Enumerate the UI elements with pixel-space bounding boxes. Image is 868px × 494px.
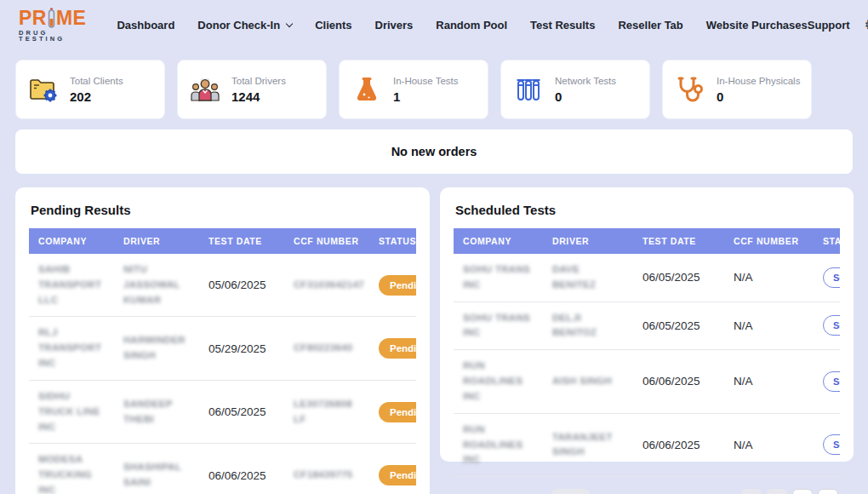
logo-wordmark: PR ME	[19, 8, 86, 28]
nav-item-donor-check-in[interactable]: Donor Check-In	[197, 19, 292, 32]
column-header-ccf-number: CCF NUMBER	[284, 228, 369, 254]
test-date-cell: 06/05/2025	[199, 380, 284, 443]
table-row: SIDHU TRUCK LINE INCSANDEEP THEBI06/05/2…	[29, 380, 416, 443]
redacted-text: SHASHIPAL SAINI	[123, 462, 181, 487]
nav-item-random-pool[interactable]: Random Pool	[436, 19, 507, 32]
driver-cell: DELJI BENITOZ	[543, 302, 633, 350]
column-header-company: COMPANY	[29, 228, 114, 254]
ccf-cell: CF3103642147	[284, 254, 369, 317]
status-badge: Pending	[379, 338, 416, 359]
company-cell: SOHU TRANS INC	[454, 302, 543, 350]
ccf-cell: N/A	[724, 302, 814, 350]
pagination-buttons: «‹›»	[741, 489, 838, 494]
redacted-text: SANDEEP THEBI	[123, 399, 173, 424]
status-cell: Scheduled	[814, 350, 840, 413]
company-cell: RUN ROADLINES INC	[454, 350, 543, 413]
prime-logo[interactable]: PR ME DRUG TESTING	[19, 8, 86, 43]
nav-menu: DashboardDonor Check-InClientsDriversRan…	[117, 19, 807, 32]
next-page-button[interactable]: ›	[792, 489, 813, 494]
status-cell: Pending	[369, 380, 416, 443]
test-date-cell: 06/06/2025	[633, 350, 724, 413]
stat-label: Total Drivers	[231, 76, 286, 86]
rows-per-page-select[interactable]: 5	[551, 489, 590, 494]
column-header-company: COMPANY	[454, 228, 543, 254]
company-cell: MODESA TRUCKING INC	[29, 444, 114, 494]
redacted-text: CF18439775	[294, 469, 353, 480]
status-badge: Pending	[379, 402, 416, 422]
column-header-driver: DRIVER	[114, 228, 199, 254]
settings-gear-icon[interactable]: ⚙	[865, 18, 868, 32]
ccf-cell: N/A	[724, 350, 814, 413]
nav-item-clients[interactable]: Clients	[315, 19, 351, 32]
table-row: SOHU TRANS INCDELJI BENITOZ06/05/2025N/A…	[454, 302, 840, 350]
redacted-text: RUN ROADLINES INC	[463, 360, 523, 401]
first-page-button: «	[741, 489, 762, 494]
table-row: SOHU TRANS INCDAVE BENITEZ06/05/2025N/AS…	[454, 254, 840, 302]
test-date-cell: 06/05/2025	[633, 302, 724, 350]
status-badge: Scheduled	[823, 371, 840, 392]
pending-results-table: COMPANYDRIVERTEST DATECCF NUMBERSTATUS S…	[29, 228, 416, 494]
stat-card-total-clients: Total Clients202	[15, 60, 165, 119]
stat-label: In-House Tests	[393, 76, 459, 86]
redacted-text: TARANJEET SINGH	[552, 432, 613, 457]
status-cell: Scheduled	[814, 302, 840, 350]
previous-page-button: ‹	[767, 489, 787, 494]
stat-card-network-tests: Network Tests0	[500, 60, 650, 119]
nav-item-test-results[interactable]: Test Results	[530, 19, 595, 32]
column-header-test-date: TEST DATE	[633, 228, 724, 254]
tables-section: Pending Results COMPANYDRIVERTEST DATECC…	[15, 187, 853, 494]
ccf-cell: CF18439775	[284, 444, 369, 494]
nav-item-dashboard[interactable]: Dashboard	[117, 19, 174, 32]
status-badge: Pending	[379, 465, 416, 485]
ccf-cell: CF80223640	[284, 317, 369, 380]
scheduled-tests-title: Scheduled Tests	[455, 203, 840, 217]
pending-results-table-clip: COMPANYDRIVERTEST DATECCF NUMBERSTATUS S…	[29, 228, 416, 494]
table-row: SAHIB TRANSPORT LLCNITU JASSOWAL KUMAR05…	[29, 254, 416, 317]
stat-label: Total Clients	[70, 76, 123, 86]
column-header-test-date: TEST DATE	[199, 228, 284, 254]
top-nav: PR ME DRUG TESTING DashboardDonor Check-…	[0, 0, 868, 49]
ccf-cell: N/A	[724, 254, 814, 302]
nav-item-drivers[interactable]: Drivers	[375, 19, 414, 32]
pending-header-row: COMPANYDRIVERTEST DATECCF NUMBERSTATUS	[29, 228, 416, 254]
stat-value: 1244	[231, 89, 286, 104]
stethoscope-icon	[675, 76, 705, 103]
driver-cell: AISH SINGH	[543, 350, 633, 413]
column-header-status: STATUS	[369, 228, 416, 254]
test-tubes-icon	[513, 76, 544, 103]
status-badge: Pending	[379, 275, 416, 296]
status-cell: Pending	[369, 254, 416, 317]
redacted-text: DAVE BENITEZ	[552, 264, 596, 290]
driver-cell: SANDEEP THEBI	[114, 380, 199, 443]
last-page-button[interactable]: »	[818, 489, 838, 494]
nav-item-support[interactable]: Support	[808, 19, 850, 32]
stat-value: 202	[70, 89, 123, 104]
table-row: RLJ TRANSPORT INCHARMINDER SINGH05/29/20…	[29, 317, 416, 380]
status-cell: Scheduled	[814, 254, 840, 302]
nav-item-reseller-tab[interactable]: Reseller Tab	[618, 19, 682, 32]
logo-text-right: ME	[56, 9, 87, 28]
redacted-text: HARMINDER SINGH	[123, 335, 186, 360]
drivers-group-icon	[190, 76, 220, 103]
logo-text-left: PR	[19, 9, 47, 28]
nav-item-website-purchases[interactable]: Website Purchases	[706, 19, 808, 32]
stat-value: 0	[717, 89, 800, 104]
redacted-text: CF3103642147	[294, 279, 364, 290]
no-new-orders-banner: No new orders	[15, 129, 853, 174]
pagination-row: Rows per page 5 «‹›»	[454, 489, 840, 494]
stat-card-total-drivers: Total Drivers1244	[177, 60, 327, 119]
redacted-text: SAHIB TRANSPORT LLC	[38, 264, 101, 305]
scheduled-tests-table-clip: COMPANYDRIVERTEST DATECCF NUMBERSTATUS S…	[454, 228, 840, 477]
redacted-text: DELJI BENITOZ	[552, 313, 597, 338]
status-cell: Scheduled	[814, 413, 840, 476]
driver-cell: HARMINDER SINGH	[114, 317, 199, 380]
column-header-driver: DRIVER	[543, 228, 633, 254]
ccf-cell: LE30726808 LF	[284, 380, 369, 443]
test-tube-icon	[48, 8, 55, 28]
stats-row: Total Clients202Total Drivers1244In-Hous…	[0, 60, 868, 119]
company-cell: RUN ROADLINES INC	[454, 413, 543, 476]
redacted-text: MODESA TRUCKING INC	[38, 454, 92, 494]
driver-cell: SHASHIPAL SAINI	[114, 444, 199, 494]
flask-icon	[351, 76, 382, 103]
redacted-text: SOHU TRANS INC	[463, 313, 530, 338]
